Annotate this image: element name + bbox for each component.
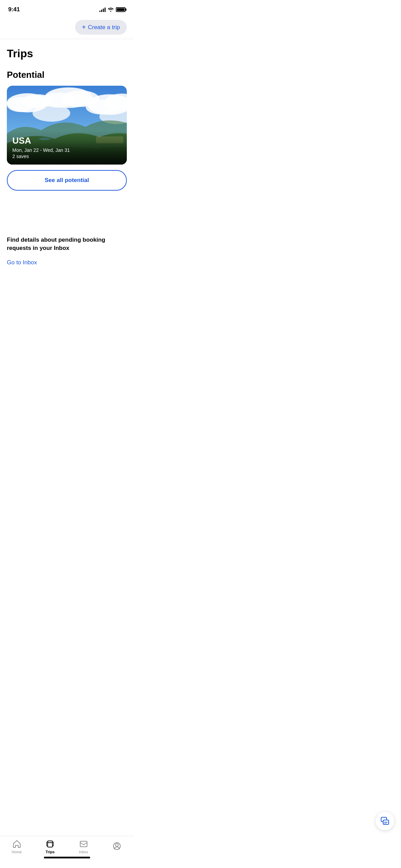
status-bar: 9:41 [0,0,134,17]
potential-section-title: Potential [7,70,127,80]
status-icons [99,7,125,12]
trip-destination: USA [12,135,121,146]
trip-saves: 2 saves [12,154,121,159]
see-all-potential-button[interactable]: See all potential [7,170,127,191]
create-trip-label: Create a trip [88,24,120,31]
inbox-description: Find details about pending booking reque… [7,236,127,252]
see-all-label: See all potential [45,177,89,183]
plus-icon: + [82,23,86,31]
trip-card-overlay: USA Mon, Jan 22 - Wed, Jan 31 2 saves [7,130,127,165]
create-trip-button[interactable]: + Create a trip [75,20,127,35]
go-to-inbox-link[interactable]: Go to Inbox [7,259,127,266]
page-title: Trips [7,47,127,60]
page-content: Trips Potential [0,39,134,202]
inbox-section: Find details about pending booking reque… [0,202,134,282]
signal-icon [99,7,106,12]
trip-dates: Mon, Jan 22 - Wed, Jan 31 [12,147,121,153]
header: + Create a trip [0,17,134,39]
battery-icon [116,7,125,12]
status-time: 9:41 [8,6,20,13]
trip-card[interactable]: USA Mon, Jan 22 - Wed, Jan 31 2 saves [7,86,127,165]
wifi-icon [108,7,114,12]
